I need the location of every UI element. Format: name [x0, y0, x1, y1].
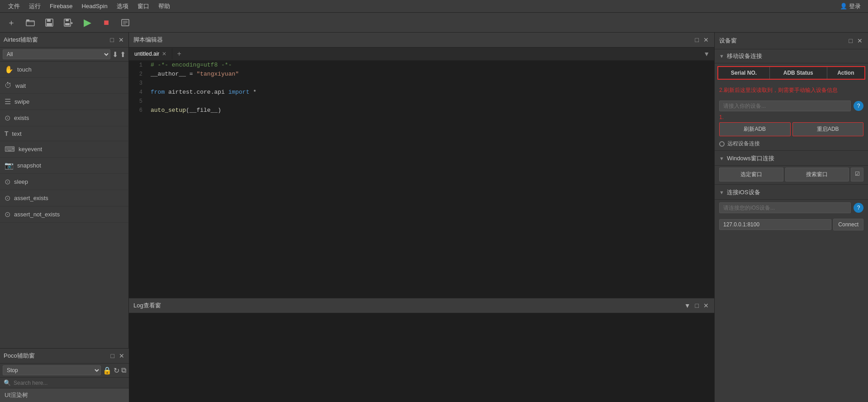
- open-button[interactable]: [24, 16, 37, 29]
- log-expand-icon[interactable]: □: [694, 301, 700, 310]
- mobile-section-label: ▼ 移动设备连接: [715, 49, 868, 63]
- helper-snapshot[interactable]: 📷 snapshot: [0, 158, 128, 174]
- restart-adb-button[interactable]: 重启ADB: [792, 122, 864, 136]
- code-editor[interactable]: 1 # -*- encoding=utf8 -*- 2 __author__ =…: [129, 61, 714, 298]
- tab-add-button[interactable]: +: [172, 48, 185, 60]
- menu-run[interactable]: 运行: [24, 1, 45, 11]
- editor-close-icon[interactable]: ✕: [702, 35, 710, 44]
- poco-filter-row: Stop 🔒 ↻ ⧉: [0, 364, 129, 378]
- refresh-adb-button[interactable]: 刷新ADB: [719, 122, 791, 136]
- tab-label: untitled.air: [134, 51, 159, 57]
- menu-options[interactable]: 选项: [112, 1, 133, 11]
- save-as-button[interactable]: [62, 16, 75, 29]
- ios-placeholder-row: ?: [715, 200, 868, 216]
- poco-refresh-icon[interactable]: ↻: [114, 366, 119, 375]
- poco-close-icon[interactable]: ✕: [118, 351, 125, 360]
- right-panel: 设备窗 □ ✕ ▼ 移动设备连接 Serial NO. ADB Status A…: [714, 33, 868, 402]
- helper-assert-exists[interactable]: ⊙ assert_exists: [0, 190, 128, 206]
- airtest-helper-list: ✋ touch ⏱ wait ☰ swipe ⊙ exists T text ⌨…: [0, 62, 128, 348]
- helper-text[interactable]: T text: [0, 126, 128, 141]
- menu-file[interactable]: 文件: [4, 1, 24, 11]
- ios-address-input[interactable]: [719, 219, 831, 230]
- snapshot-icon: 📷: [5, 161, 14, 170]
- device-help-button[interactable]: ?: [854, 101, 863, 111]
- device-close-icon[interactable]: ✕: [856, 36, 863, 45]
- keyevent-icon: ⌨: [5, 145, 15, 153]
- svg-rect-1: [26, 19, 29, 21]
- helper-assert-not-exists[interactable]: ⊙ assert_not_exists: [0, 206, 128, 223]
- poco-panel-header: Poco辅助窗 □ ✕: [0, 349, 129, 364]
- poco-tree-item[interactable]: UI渲染树: [0, 388, 129, 402]
- windows-arrow-icon: ▼: [719, 156, 724, 161]
- poco-lock-icon[interactable]: 🔒: [103, 366, 112, 375]
- run-button[interactable]: ▶: [81, 16, 94, 29]
- poco-expand-icon[interactable]: □: [110, 351, 115, 360]
- swipe-icon: ☰: [5, 97, 11, 106]
- stop-button[interactable]: ■: [100, 16, 113, 29]
- svg-rect-3: [47, 19, 51, 22]
- left-panel: Airtest辅助窗 □ ✕ All ⬇ ⬆ ✋ touch ⏱ wait: [0, 33, 129, 402]
- table-header-adb: ADB Status: [769, 67, 827, 79]
- win-extra-button[interactable]: ☑: [851, 168, 863, 182]
- log-close-icon[interactable]: ✕: [702, 301, 710, 310]
- device-expand-icon[interactable]: □: [848, 36, 854, 45]
- device-warn-text: 2.刷新后这里没读取到，则需要手动输入设备信息: [715, 82, 868, 98]
- airtest-export-icon[interactable]: ⬆: [120, 50, 126, 59]
- tab-expand-button[interactable]: ▼: [699, 48, 714, 60]
- text-icon: T: [5, 130, 9, 137]
- helper-touch[interactable]: ✋ touch: [0, 62, 128, 78]
- editor-tab-bar: untitled.air ✕ + ▼: [129, 48, 714, 61]
- search-window-button[interactable]: 搜索窗口: [785, 168, 849, 182]
- editor-header: 脚本编辑器 □ ✕: [129, 33, 714, 48]
- airtest-expand-icon[interactable]: □: [109, 35, 115, 44]
- poco-search-icon: 🔍: [4, 379, 11, 386]
- script-button[interactable]: [119, 16, 132, 29]
- sleep-icon: ⊙: [5, 177, 10, 186]
- new-button[interactable]: ＋: [5, 16, 18, 29]
- device-address-input[interactable]: [719, 100, 851, 111]
- editor-expand-icon[interactable]: □: [694, 35, 700, 44]
- ios-placeholder-input[interactable]: [719, 202, 851, 213]
- svg-rect-6: [66, 19, 69, 21]
- log-title: Log查看窗: [133, 302, 161, 310]
- helper-keyevent[interactable]: ⌨ keyevent: [0, 141, 128, 158]
- assert-not-exists-icon: ⊙: [5, 210, 10, 219]
- helper-swipe[interactable]: ☰ swipe: [0, 94, 128, 110]
- menu-headspin[interactable]: HeadSpin: [77, 2, 112, 10]
- ios-help-button[interactable]: ?: [854, 203, 863, 213]
- poco-panel: Poco辅助窗 □ ✕ Stop 🔒 ↻ ⧉ 🔍 UI渲染树: [0, 348, 129, 402]
- airtest-panel-header: Airtest辅助窗 □ ✕: [0, 33, 128, 48]
- log-filter-icon[interactable]: ▼: [683, 301, 692, 310]
- toolbar: ＋ ▶ ■: [0, 13, 868, 33]
- airtest-filter-select[interactable]: All: [3, 49, 110, 59]
- menu-help[interactable]: 帮助: [154, 1, 175, 11]
- airtest-filter-row: All ⬇ ⬆: [0, 48, 128, 62]
- poco-search-input[interactable]: [14, 380, 125, 386]
- editor-tab-untitled[interactable]: untitled.air ✕: [129, 48, 172, 59]
- airtest-title: Airtest辅助窗: [4, 36, 38, 44]
- device-table: Serial NO. ADB Status Action: [717, 66, 865, 80]
- airtest-close-icon[interactable]: ✕: [118, 35, 125, 44]
- remote-radio[interactable]: [719, 141, 725, 147]
- win-btn-row: 选定窗口 搜索窗口 ☑: [715, 166, 868, 183]
- helper-exists[interactable]: ⊙ exists: [0, 110, 128, 126]
- airtest-import-icon[interactable]: ⬇: [112, 50, 118, 59]
- menu-window[interactable]: 窗口: [133, 1, 154, 11]
- helper-sleep[interactable]: ⊙ sleep: [0, 174, 128, 190]
- svg-rect-7: [65, 23, 70, 25]
- helper-wait[interactable]: ⏱ wait: [0, 78, 128, 94]
- select-window-button[interactable]: 选定窗口: [719, 168, 783, 182]
- code-line-5: 5: [129, 97, 714, 106]
- svg-rect-4: [47, 23, 52, 26]
- log-panel: Log查看窗 ▼ □ ✕: [129, 298, 714, 402]
- ios-connect-button[interactable]: Connect: [833, 219, 863, 230]
- tab-close-button[interactable]: ✕: [162, 51, 166, 57]
- poco-title: Poco辅助窗: [4, 352, 35, 360]
- poco-search-row: 🔍: [0, 378, 129, 388]
- adb-btn-row: 刷新ADB 重启ADB: [715, 120, 868, 138]
- poco-copy-icon[interactable]: ⧉: [121, 366, 126, 374]
- login-button[interactable]: 👤 登录: [836, 1, 864, 11]
- poco-mode-select[interactable]: Stop: [3, 365, 101, 375]
- save-button[interactable]: [43, 16, 56, 29]
- menu-firebase[interactable]: Firebase: [45, 2, 77, 10]
